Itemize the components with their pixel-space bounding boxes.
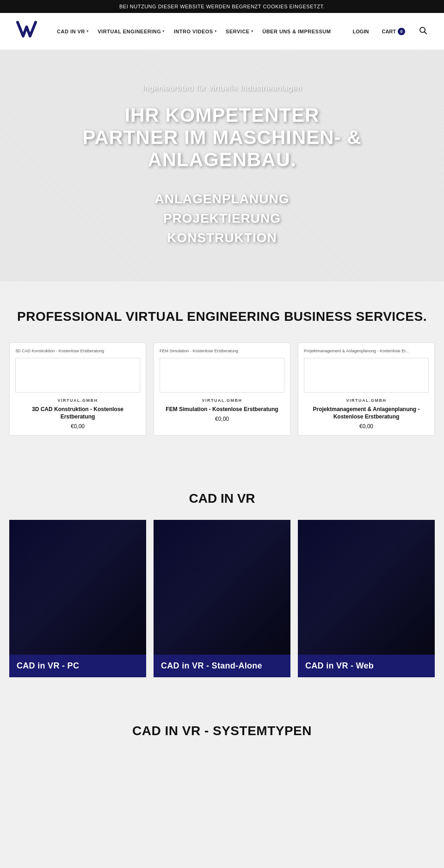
product-card-label-1: 3D CAD Konstruktion - Kostenlose Erstber… [15, 349, 140, 354]
product-card-label-3: Projektmanagement & Anlagenplanung - Kos… [304, 349, 429, 354]
chevron-down-icon: ▾ [215, 29, 217, 33]
product-price-2: €0,00 [160, 416, 284, 422]
hero-title: IHR KOMPETENTERPARTNER IM MASCHINEN- &AN… [82, 104, 361, 171]
nav-item-virtual-engineering[interactable]: VIRTUAL ENGINEERING ▾ [94, 26, 168, 37]
nav: CAD IN VR ▾ VIRTUAL ENGINEERING ▾ INTRO … [53, 26, 342, 37]
header: CAD IN VR ▾ VIRTUAL ENGINEERING ▾ INTRO … [0, 13, 444, 50]
nav-item-cad-in-vr[interactable]: CAD IN VR ▾ [53, 26, 92, 37]
svg-line-2 [425, 31, 427, 34]
product-name-3: Projektmanagement & Anlagenplanung - Kos… [304, 406, 429, 420]
product-card-3[interactable]: Projektmanagement & Anlagenplanung - Kos… [298, 343, 435, 436]
cad-card-bg-web [298, 520, 435, 677]
product-image-1 [15, 358, 140, 393]
cad-section: CAD IN VR CAD in VR - PC CAD in VR - Sta… [0, 463, 444, 696]
cad-card-web[interactable]: CAD in VR - Web [298, 520, 435, 677]
system-section: CAD IN VR - SYSTEMTYPEN [0, 696, 444, 757]
search-button[interactable] [416, 24, 430, 39]
services-title: PROFESSIONAL VIRTUAL ENGINEERING BUSINES… [9, 309, 435, 324]
product-price-3: €0,00 [304, 423, 429, 430]
product-name-1: 3D CAD Konstruktion - Kostenlose Erstber… [15, 406, 140, 420]
system-title: CAD IN VR - SYSTEMTYPEN [9, 724, 435, 738]
product-cards-row: 3D CAD Konstruktion - Kostenlose Erstber… [9, 343, 435, 436]
services-section: PROFESSIONAL VIRTUAL ENGINEERING BUSINES… [0, 281, 444, 463]
cad-card-label-standalone: CAD in VR - Stand-Alone [154, 655, 290, 677]
cookie-text: BEI NUTZUNG DIESER WEBSITE WERDEN BEGREN… [119, 4, 325, 9]
nav-item-service[interactable]: SERVICE ▾ [222, 26, 257, 37]
cookie-banner: BEI NUTZUNG DIESER WEBSITE WERDEN BEGREN… [0, 0, 444, 13]
chevron-down-icon: ▾ [86, 29, 89, 33]
nav-item-intro-videos[interactable]: INTRO VIDEOS ▾ [170, 26, 220, 37]
hero-section: Ingenieurbüro für virtuelle Industrieanl… [0, 50, 444, 281]
search-icon [419, 26, 427, 35]
cad-card-label-web: CAD in VR - Web [298, 655, 435, 677]
cad-card-pc[interactable]: CAD in VR - PC [9, 520, 146, 677]
product-card-label-2: FEM Simulation - Kostenlose Erstberatung [160, 349, 284, 354]
nav-item-about[interactable]: ÜBER UNS & IMPRESSUM [259, 26, 334, 37]
product-card-1[interactable]: 3D CAD Konstruktion - Kostenlose Erstber… [9, 343, 146, 436]
product-card-2[interactable]: FEM Simulation - Kostenlose Erstberatung… [154, 343, 290, 436]
cart-label: CART [382, 29, 396, 34]
product-image-2 [160, 358, 284, 393]
product-brand-2: VIRTUAL.GMBH [160, 398, 284, 403]
product-brand-1: VIRTUAL.GMBH [15, 398, 140, 403]
logo[interactable] [14, 18, 39, 45]
login-button[interactable]: LOGIN [351, 26, 371, 37]
cart-count: 0 [398, 28, 405, 35]
cad-card-bg-pc [9, 520, 146, 677]
cad-card-standalone[interactable]: CAD in VR - Stand-Alone [154, 520, 290, 677]
product-price-1: €0,00 [15, 423, 140, 430]
product-brand-3: VIRTUAL.GMBH [304, 398, 429, 403]
cart-button[interactable]: CART 0 [380, 25, 407, 38]
product-image-3 [304, 358, 429, 393]
hero-tags: ANLAGENPLANUNGPROJEKTIERUNGKONSTRUKTION [155, 189, 290, 248]
cad-card-label-pc: CAD in VR - PC [9, 655, 146, 677]
chevron-down-icon: ▾ [162, 29, 165, 33]
product-name-2: FEM Simulation - Kostenlose Erstberatung [160, 406, 284, 413]
chevron-down-icon: ▾ [251, 29, 253, 33]
cad-cards-row: CAD in VR - PC CAD in VR - Stand-Alone C… [9, 520, 435, 677]
hero-subtitle: Ingenieurbüro für virtuelle Industrieanl… [142, 84, 302, 93]
cad-title: CAD IN VR [9, 491, 435, 506]
cad-card-bg-standalone [154, 520, 290, 677]
